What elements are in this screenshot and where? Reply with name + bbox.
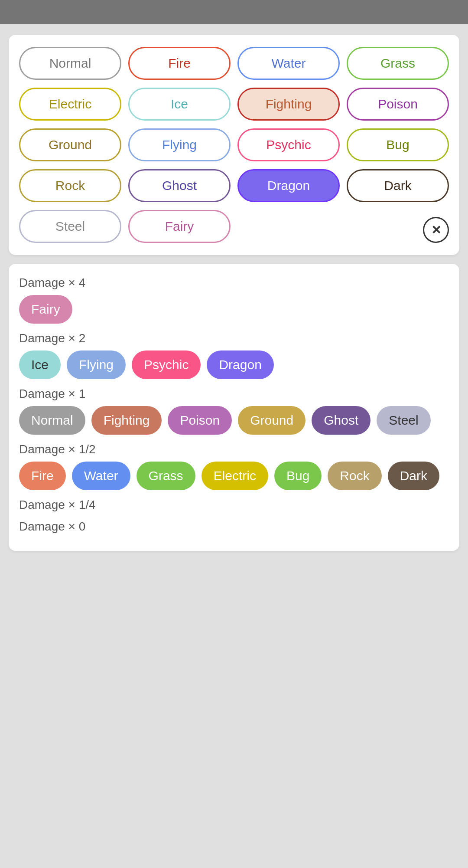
type-btn-ground[interactable]: Ground (19, 128, 121, 161)
header (0, 0, 468, 24)
type-chip-fire: Fire (19, 462, 66, 490)
type-chips-row: Fairy (19, 295, 449, 324)
type-btn-psychic[interactable]: Psychic (237, 128, 340, 161)
type-chips-row: NormalFightingPoisonGroundGhostSteel (19, 406, 449, 435)
type-chip-rock: Rock (328, 462, 381, 490)
damage-label: Damage × 0 (19, 520, 449, 534)
type-chip-ice: Ice (19, 350, 61, 379)
type-chip-flying: Flying (67, 350, 126, 379)
type-chip-grass: Grass (136, 462, 195, 490)
type-btn-fighting[interactable]: Fighting (237, 88, 340, 121)
type-chip-water: Water (72, 462, 130, 490)
type-chip-dragon: Dragon (207, 350, 273, 379)
type-btn-grass[interactable]: Grass (347, 47, 449, 80)
type-btn-rock[interactable]: Rock (19, 169, 121, 202)
type-grid: NormalFireWaterGrassElectricIceFightingP… (19, 47, 449, 243)
type-btn-flying[interactable]: Flying (128, 128, 231, 161)
damage-label: Damage × 1/4 (19, 498, 449, 512)
type-chip-ghost: Ghost (312, 406, 370, 435)
type-chip-normal: Normal (19, 406, 85, 435)
type-chip-electric: Electric (202, 462, 268, 490)
damage-label: Damage × 2 (19, 331, 449, 345)
close-icon: ✕ (431, 223, 441, 237)
type-btn-ice[interactable]: Ice (128, 88, 231, 121)
type-btn-water[interactable]: Water (237, 47, 340, 80)
type-btn-fire[interactable]: Fire (128, 47, 231, 80)
type-btn-poison[interactable]: Poison (347, 88, 449, 121)
type-chip-bug: Bug (274, 462, 322, 490)
type-selector-card: NormalFireWaterGrassElectricIceFightingP… (9, 35, 459, 255)
type-btn-dark[interactable]: Dark (347, 169, 449, 202)
type-btn-steel[interactable]: Steel (19, 210, 121, 243)
type-chip-fighting: Fighting (91, 406, 162, 435)
damage-label: Damage × 1 (19, 387, 449, 401)
type-chip-dark: Dark (388, 462, 439, 490)
type-chip-poison: Poison (168, 406, 232, 435)
results-card: Damage × 4FairyDamage × 2IceFlyingPsychi… (9, 264, 459, 551)
type-chip-ground: Ground (238, 406, 306, 435)
type-chip-steel: Steel (377, 406, 430, 435)
type-btn-normal[interactable]: Normal (19, 47, 121, 80)
damage-label: Damage × 4 (19, 276, 449, 290)
damage-label: Damage × 1/2 (19, 442, 449, 456)
type-chips-row: FireWaterGrassElectricBugRockDark (19, 462, 449, 490)
close-button[interactable]: ✕ (423, 217, 449, 243)
type-btn-bug[interactable]: Bug (347, 128, 449, 161)
type-btn-dragon[interactable]: Dragon (237, 169, 340, 202)
type-chips-row: IceFlyingPsychicDragon (19, 350, 449, 379)
type-chip-fairy: Fairy (19, 295, 72, 324)
type-btn-ghost[interactable]: Ghost (128, 169, 231, 202)
type-chip-psychic: Psychic (132, 350, 201, 379)
type-btn-fairy[interactable]: Fairy (128, 210, 231, 243)
type-btn-electric[interactable]: Electric (19, 88, 121, 121)
